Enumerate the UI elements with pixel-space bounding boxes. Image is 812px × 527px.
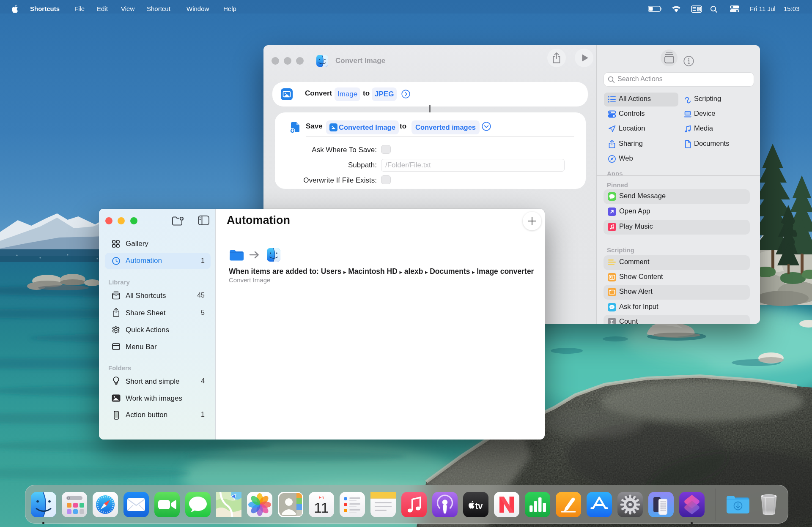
svg-text:11: 11 [314, 500, 329, 516]
svg-text:Σ: Σ [610, 319, 614, 324]
svg-text:tv: tv [475, 501, 483, 511]
